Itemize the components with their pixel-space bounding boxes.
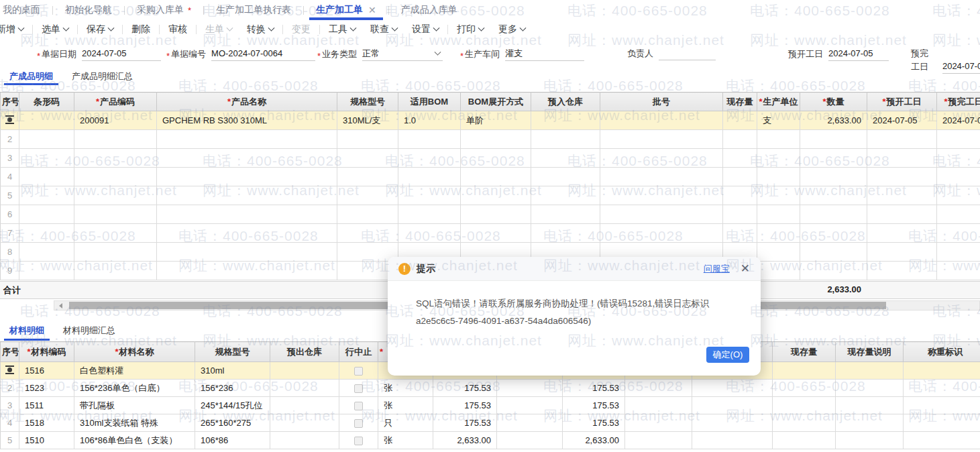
- field-input[interactable]: 正常: [362, 47, 443, 61]
- tab-material-detail-summary[interactable]: 材料明细汇总: [54, 321, 125, 341]
- toolbar-button-设置[interactable]: 设置: [404, 23, 446, 36]
- table-row[interactable]: 51510106*86单色白色（支装）106*86张2,633.002,633.…: [1, 432, 980, 449]
- cell: [836, 380, 904, 397]
- chevron-down-icon: [63, 24, 70, 31]
- table-row[interactable]: 4: [1, 168, 980, 186]
- toolbar-button-变更: 变更: [284, 23, 318, 36]
- dialog-titlebar: ! 提示 问服宝 ✕: [388, 257, 761, 281]
- cell: 2024-07-05: [937, 111, 980, 130]
- document-tab[interactable]: 生产加工单✕: [304, 0, 388, 20]
- column-header-label: 预入仓库: [548, 97, 583, 107]
- column-header: *预完工日: [937, 93, 980, 111]
- table-row[interactable]: 2: [1, 130, 980, 149]
- toolbar-button-生单: 生单: [198, 23, 239, 36]
- wenfubao-link[interactable]: 问服宝: [704, 263, 730, 275]
- column-header-label: 材料名称: [119, 347, 154, 357]
- line-stop-checkbox[interactable]: [354, 367, 363, 376]
- column-header-label: 行中止: [345, 347, 372, 357]
- field-input[interactable]: 2024-07-05: [82, 47, 161, 61]
- field-input[interactable]: 灌支: [505, 47, 584, 61]
- document-tab[interactable]: 初始化导航: [53, 0, 124, 20]
- toolbar-button-更多[interactable]: 更多: [491, 23, 533, 36]
- cell: [600, 111, 723, 130]
- table-row[interactable]: 41518310ml支装纸箱 特殊265*160*275只175.53175.5…: [1, 414, 980, 432]
- table-row[interactable]: 200091GPCHEM RB S300 310ML310ML/支1.0单阶支2…: [1, 111, 980, 130]
- close-tab-icon[interactable]: ✕: [368, 5, 376, 15]
- line-stop-checkbox[interactable]: [354, 419, 363, 428]
- line-stop-checkbox[interactable]: [354, 402, 363, 410]
- toolbar-button-审核[interactable]: 审核: [161, 23, 195, 36]
- tab-product-detail-summary[interactable]: 产成品明细汇总: [62, 67, 142, 85]
- field-input[interactable]: 2024-07-05: [942, 60, 980, 74]
- row-number-cell: 8: [1, 243, 19, 262]
- chevron-down-icon: [108, 24, 115, 31]
- toolbar: 新增选单保存删除审核生单转换变更工具联查设置打印更多: [0, 20, 969, 39]
- column-header: 现存量: [723, 93, 757, 111]
- table-row[interactable]: 5: [1, 186, 980, 205]
- cell: 310ml: [195, 362, 270, 380]
- toolbar-button-选单[interactable]: 选单: [34, 23, 76, 36]
- field-value: 2024-07-05: [942, 60, 980, 73]
- toolbar-button-label: 联查: [370, 23, 389, 36]
- cell: 1516: [19, 362, 74, 380]
- toolbar-button-删除[interactable]: 删除: [124, 23, 158, 36]
- cell: [19, 186, 74, 205]
- toolbar-button-工具[interactable]: 工具: [321, 23, 363, 36]
- required-asterisk: *: [882, 97, 885, 107]
- cell: [531, 130, 600, 149]
- table-row[interactable]: 6: [1, 205, 980, 224]
- cell: [600, 149, 723, 168]
- mainGrid-table: 序号条形码*产品编码*产品名称规格型号适用BOMBOM展开方式预入仓库批号现存量…: [0, 92, 980, 280]
- line-stop-checkbox[interactable]: [354, 437, 363, 445]
- toolbar-separator: [447, 25, 448, 34]
- toolbar-button-转换[interactable]: 转换: [239, 23, 281, 36]
- cell: [904, 432, 980, 449]
- toolbar-button-label: 审核: [168, 23, 187, 36]
- chevron-down-icon[interactable]: [435, 48, 441, 55]
- table-row[interactable]: 31511带孔隔板245*144/15孔位张175.53175.53: [1, 397, 980, 414]
- cell: [867, 262, 937, 280]
- cell: [600, 168, 723, 186]
- column-header: 适用BOM: [398, 93, 461, 111]
- document-tab[interactable]: 采购入库单*: [125, 0, 203, 20]
- chevron-down-icon: [18, 24, 25, 31]
- table-row[interactable]: 7: [1, 224, 980, 243]
- field-input[interactable]: MO-2024-07-0064: [211, 47, 315, 61]
- toolbar-button-打印[interactable]: 打印: [449, 23, 491, 36]
- cell: 175.53: [433, 397, 497, 414]
- cell: 200091: [74, 111, 157, 130]
- cell: [904, 380, 980, 397]
- cell: [600, 130, 723, 149]
- cell: GPCHEM RB S300 310ML: [157, 111, 337, 130]
- line-stop-checkbox[interactable]: [354, 384, 363, 393]
- tab-material-detail[interactable]: 材料明细: [0, 321, 54, 341]
- dialog-close-icon[interactable]: ✕: [741, 263, 750, 274]
- required-asterisk: *: [166, 51, 170, 61]
- column-header-label: 预开工日: [887, 97, 922, 107]
- cell: [723, 205, 757, 224]
- toolbar-button-联查[interactable]: 联查: [363, 23, 404, 36]
- document-tab[interactable]: 生产加工单执行表: [204, 0, 303, 20]
- toolbar-button-保存[interactable]: 保存: [79, 23, 121, 36]
- cell: [157, 168, 337, 186]
- table-row[interactable]: 3: [1, 149, 980, 168]
- cell: 1511: [19, 397, 74, 414]
- row-number-cell: 4: [1, 168, 19, 186]
- tab-product-detail[interactable]: 产成品明细: [0, 67, 62, 85]
- cell: 310ML/支: [337, 111, 398, 130]
- document-tab[interactable]: 产成品入库单: [389, 0, 470, 20]
- column-header: *产品名称: [157, 93, 337, 111]
- ok-button[interactable]: 确定(O): [706, 347, 749, 363]
- scroll-left-arrow-icon[interactable]: [54, 301, 66, 310]
- cell: [836, 432, 904, 449]
- row-number-cell: [1, 362, 19, 380]
- cell: [800, 186, 867, 205]
- document-tab[interactable]: 我的桌面: [0, 0, 52, 20]
- field-input[interactable]: 2024-07-05: [828, 47, 889, 61]
- cell: [867, 224, 937, 243]
- toolbar-button-新增[interactable]: 新增: [0, 23, 31, 36]
- table-row[interactable]: 21523156*236单色（白底）156*236张175.53175.53: [1, 380, 980, 397]
- cell: [531, 224, 600, 243]
- cell: 单阶: [461, 111, 531, 130]
- field-input[interactable]: [659, 60, 716, 60]
